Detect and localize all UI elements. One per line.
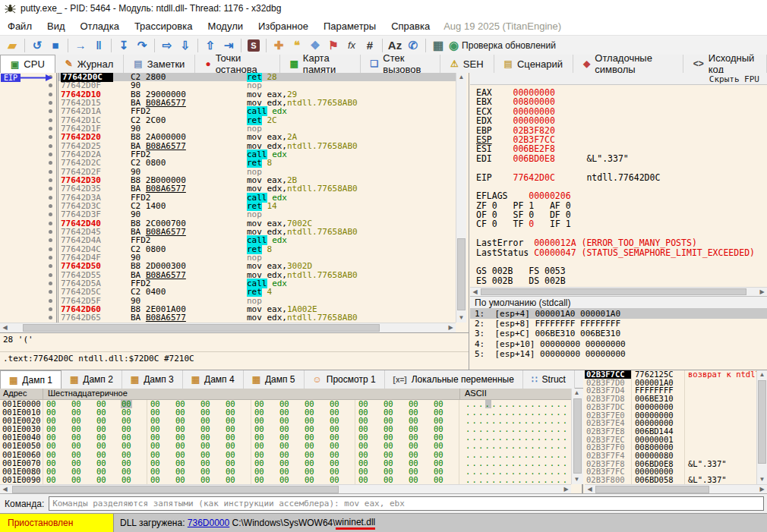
scroll-thumb[interactable] xyxy=(457,238,466,310)
menu-item-Отладка[interactable]: Отладка xyxy=(73,17,127,35)
breakpoint-dot[interactable] xyxy=(49,101,52,105)
breakpoint-gutter[interactable] xyxy=(0,313,58,322)
argument-row[interactable]: 2: [esp+8] FFFFFFFF FFFFFFFF xyxy=(475,319,767,329)
bottom-tab-дамп-1[interactable]: ▦Дамп 1 xyxy=(0,370,62,389)
breakpoint-dot[interactable] xyxy=(49,230,52,234)
breakpoint-gutter[interactable] xyxy=(0,297,58,305)
breakpoint-dot[interactable] xyxy=(49,153,52,156)
breakpoint-dot[interactable] xyxy=(49,127,52,131)
toolbar-bookmarks-button[interactable]: ⚑ xyxy=(324,37,342,54)
toolbar-attach-button[interactable]: ✆ xyxy=(404,37,422,54)
scroll-down-arrow[interactable]: ▼ xyxy=(572,475,582,484)
menu-item-Трассировка[interactable]: Трассировка xyxy=(127,17,200,35)
disasm-vscrollbar[interactable]: ▲ ▼ xyxy=(456,73,466,323)
disasm-hscrollbar[interactable]: ◀ ▶ xyxy=(0,323,456,332)
toolbar-open-file-button[interactable]: ▰ xyxy=(3,37,21,54)
toolbar-calculator-button[interactable]: ▦ xyxy=(429,37,447,54)
breakpoint-dot[interactable] xyxy=(49,299,52,303)
breakpoint-dot[interactable] xyxy=(49,256,52,260)
scroll-left-arrow[interactable]: ◀ xyxy=(0,323,10,332)
dump-vscrollbar[interactable]: ▲ ▼ xyxy=(571,389,583,484)
tab-seh[interactable]: ⚠SEH xyxy=(440,55,494,73)
tab-cpu[interactable]: ▣CPU xyxy=(0,55,55,74)
tab-сценарий[interactable]: ▤Сценарий xyxy=(494,55,573,73)
breakpoint-gutter[interactable] xyxy=(0,228,58,236)
stack-vscrollbar[interactable]: ▲ ▼ xyxy=(756,370,767,484)
breakpoint-dot[interactable] xyxy=(49,273,52,277)
command-input[interactable] xyxy=(49,496,764,511)
breakpoint-dot[interactable] xyxy=(49,83,52,87)
toolbar-assemble-button[interactable]: Az xyxy=(386,37,404,54)
breakpoint-gutter[interactable] xyxy=(0,194,58,202)
argument-row[interactable]: 5: [esp+14] 00000000 00000000 xyxy=(475,349,767,359)
breakpoint-gutter[interactable] xyxy=(0,107,58,115)
register-line[interactable]: CF 0 TF 0 IF 1 xyxy=(476,219,767,228)
scroll-right-arrow[interactable]: ▶ xyxy=(446,323,456,332)
breakpoint-gutter[interactable] xyxy=(0,245,58,253)
menu-item-Параметры[interactable]: Параметры xyxy=(316,17,384,35)
scroll-down-arrow[interactable]: ▼ xyxy=(456,313,466,323)
breakpoint-dot[interactable] xyxy=(49,109,52,113)
breakpoint-gutter[interactable] xyxy=(0,236,58,244)
breakpoint-dot[interactable] xyxy=(49,187,52,190)
dump-row[interactable]: 001E005000000000000000000000000000000000… xyxy=(0,442,571,450)
tab-журнал[interactable]: ✎Журнал xyxy=(55,55,125,73)
breakpoint-gutter[interactable] xyxy=(0,81,58,90)
breakpoint-gutter[interactable] xyxy=(0,288,58,296)
scroll-up-arrow[interactable]: ▲ xyxy=(572,389,582,398)
toolbar-patches-button[interactable]: ✚ xyxy=(270,37,288,54)
column-header-ascii[interactable]: ASCII xyxy=(460,389,583,399)
toolbar-hash-toggle-button[interactable]: # xyxy=(361,37,379,54)
breakpoint-gutter[interactable] xyxy=(0,271,58,279)
toolbar-seh-chain-button[interactable]: S xyxy=(245,37,263,54)
bottom-tab-локальные-переменные[interactable]: [x=]Локальные переменные xyxy=(385,370,523,389)
bottom-tab-дамп-2[interactable]: ▦Дамп 2 xyxy=(62,370,122,389)
bottom-tab-дамп-3[interactable]: ▦Дамп 3 xyxy=(122,370,183,389)
breakpoint-dot[interactable] xyxy=(49,135,52,139)
toolbar-step-into-button[interactable]: ↧ xyxy=(115,37,133,54)
disassembly-view[interactable]: 77642D0CC2 2800ret 2877642D0F90nop77642D… xyxy=(0,73,456,323)
scroll-thumb[interactable] xyxy=(23,324,380,332)
toolbar-check-updates-button[interactable]: ◉Проверка обновлений xyxy=(447,37,557,54)
scroll-down-arrow[interactable]: ▼ xyxy=(757,475,767,484)
scroll-thumb[interactable] xyxy=(595,486,709,493)
breakpoint-dot[interactable] xyxy=(49,264,52,268)
breakpoint-gutter[interactable] xyxy=(0,159,58,167)
toolbar-pause-button[interactable]: ‖ xyxy=(90,37,108,54)
breakpoint-gutter[interactable] xyxy=(0,168,58,176)
disasm-row[interactable]: 77642D65BA B08A6577mov edx,ntdll.77658AB… xyxy=(0,313,456,322)
tab-точки-останова[interactable]: ●Точки останова xyxy=(195,55,279,73)
toolbar-run-button[interactable]: → xyxy=(71,37,90,54)
register-line[interactable]: EIP 77642D0C ntdll.77642D0C xyxy=(476,173,767,182)
menu-item-Справка[interactable]: Справка xyxy=(384,17,437,35)
arguments-view[interactable]: 1: [esp+4] 000001A0 000001A02: [esp+8] F… xyxy=(470,309,767,370)
breakpoint-dot[interactable] xyxy=(49,290,52,294)
stack-row[interactable]: 02B3F7DC00000000 xyxy=(585,403,756,411)
register-line[interactable]: LastStatus C0000047 (STATUS_SEMAPHORE_LI… xyxy=(476,248,767,257)
breakpoint-gutter[interactable] xyxy=(0,219,58,228)
breakpoint-dot[interactable] xyxy=(49,282,52,285)
bottom-tab-дамп-5[interactable]: ▦Дамп 5 xyxy=(244,370,305,389)
scroll-thumb[interactable] xyxy=(573,398,582,474)
breakpoint-dot[interactable] xyxy=(49,316,52,320)
breakpoint-dot[interactable] xyxy=(49,161,52,165)
breakpoint-dot[interactable] xyxy=(49,196,52,200)
breakpoint-gutter[interactable] xyxy=(0,253,58,262)
scroll-left-arrow[interactable]: ◀ xyxy=(470,288,480,297)
breakpoint-dot[interactable] xyxy=(49,212,52,216)
menu-item-Файл[interactable]: Файл xyxy=(0,17,39,35)
bottom-tab-struct[interactable]: ∷Struct xyxy=(523,370,575,389)
scroll-up-arrow[interactable]: ▲ xyxy=(456,73,466,82)
toolbar-run-until-user-module-button[interactable]: ⇥ xyxy=(219,37,238,54)
tab-карта-памяти[interactable]: ▦Карта памяти xyxy=(280,55,361,73)
breakpoint-dot[interactable] xyxy=(49,222,52,225)
breakpoint-dot[interactable] xyxy=(49,144,52,148)
breakpoint-gutter[interactable] xyxy=(0,305,58,313)
breakpoint-gutter[interactable] xyxy=(0,133,58,141)
registers-hscrollbar[interactable]: ◀ ▶ xyxy=(470,287,767,296)
breakpoint-dot[interactable] xyxy=(49,204,52,208)
toolbar-run-to-user-code-button[interactable]: ⇨ xyxy=(158,37,176,54)
dll-address-link[interactable]: 736D0000 xyxy=(188,518,229,528)
register-line[interactable]: ES 002B DS 002B xyxy=(476,276,767,285)
breakpoint-dot[interactable] xyxy=(49,307,52,311)
